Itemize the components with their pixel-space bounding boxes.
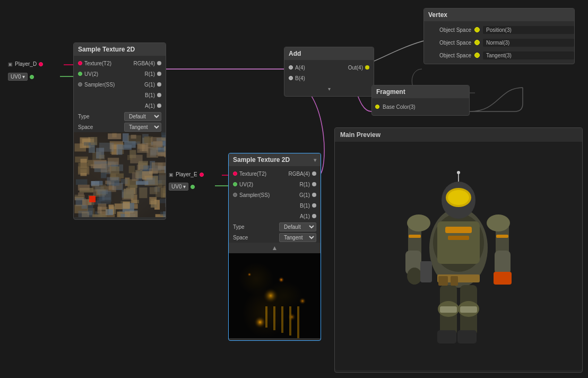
rgba-out-label-2: RGBA(4): [288, 171, 310, 177]
add-node-title: Add: [289, 50, 301, 57]
sample-tex-2-title: Sample Texture 2D: [233, 156, 290, 164]
add-b-in-port: [289, 76, 293, 80]
g-out-port: [157, 82, 161, 87]
rgba-out-port-2: [312, 171, 316, 176]
sample-texture-2d-node-2: Sample Texture 2D ▾ Texture(T2) RGBA(4) …: [228, 153, 321, 341]
add-collapse-icon[interactable]: ▾: [328, 86, 331, 92]
sampler-in-label-2: Sampler(SS): [239, 192, 270, 198]
uv-in-port-2: [233, 182, 237, 186]
sample-tex-1-row-sampler: Sampler(SS) G(1): [74, 79, 166, 90]
vertex-normal-port: [474, 40, 480, 45]
sample-texture-2d-node-1: Sample Texture 2D Texture(T2) RGBA(4) UV…: [73, 42, 166, 220]
uv-in-label: UV(2): [84, 71, 98, 77]
uv0-e-select-wrap[interactable]: UV0 ▾: [169, 183, 188, 191]
sample-tex-1-space-row: Space Tangent Object World: [74, 122, 166, 132]
tex-preview-2-collapse-bar[interactable]: ▲: [229, 243, 321, 253]
g-out-port-2: [312, 193, 316, 197]
player-e-port-out: [200, 173, 204, 177]
main-preview-header: Main Preview: [335, 128, 582, 142]
space-select-2[interactable]: Tangent Object World: [279, 233, 316, 242]
space-select-1[interactable]: Tangent Object World: [124, 123, 161, 132]
add-node-body: A(4) Out(4) B(4) ▾: [284, 60, 374, 96]
svg-rect-12: [495, 251, 511, 274]
texture-in-port-2: [233, 171, 237, 176]
svg-rect-4: [448, 236, 469, 240]
add-b-label: B(4): [295, 75, 305, 81]
soldier-preview-svg: [358, 144, 559, 367]
player-d-label: Player_D: [15, 61, 37, 67]
r-out-label-2: R(1): [300, 182, 310, 187]
add-collapse-row[interactable]: ▾: [284, 83, 374, 94]
player-e-label: Player_E: [176, 171, 197, 177]
up-arrow-icon: ▲: [272, 244, 278, 252]
type-select-2[interactable]: Default Normal: [279, 222, 316, 231]
tex-preview-1: [74, 132, 166, 217]
vertex-tangent-right: Tangent(3): [483, 51, 574, 59]
r-out-port-2: [312, 182, 316, 186]
svg-rect-26: [496, 235, 508, 238]
fragment-node: Fragment Base Color(3): [371, 85, 470, 116]
b-out-port-2: [312, 203, 316, 208]
a-out-label-2: A(1): [300, 213, 310, 219]
a-out-port: [157, 104, 161, 108]
vertex-row-tangent: Object Space Tangent(3): [424, 49, 574, 62]
player-e-icon: ▣: [169, 172, 174, 177]
type-label-2: Type: [233, 224, 245, 230]
sample-tex-2-row-sampler: Sampler(SS) G(1): [229, 190, 321, 200]
vertex-position-port: [474, 27, 480, 32]
player-d-uv-input: UV0 ▾: [8, 73, 34, 81]
a-out-port-2: [312, 214, 316, 218]
fragment-row-basecolor: Base Color(3): [372, 100, 469, 113]
sample-tex-2-row-texture: Texture(T2) RGBA(4): [229, 168, 321, 179]
vertex-row-normal: Object Space Normal(3): [424, 36, 574, 49]
svg-point-10: [407, 268, 422, 285]
add-node: Add A(4) Out(4) B(4) ▾: [284, 47, 374, 97]
sample-tex-1-row-a: A(1): [74, 100, 166, 111]
sample-tex-2-body: Texture(T2) RGBA(4) UV(2) R(1) Sampler(S…: [229, 166, 321, 340]
b-out-label-2: B(1): [300, 203, 310, 209]
a-out-label: A(1): [145, 103, 155, 109]
type-select-1[interactable]: Default Normal: [124, 112, 161, 121]
vertex-position-left: Object Space: [424, 27, 474, 33]
svg-rect-3: [445, 227, 472, 233]
add-out-label: Out(4): [348, 65, 363, 71]
fragment-header: Fragment: [372, 85, 469, 98]
texture-in-port: [78, 61, 82, 65]
svg-rect-16: [437, 330, 456, 343]
sample-tex-1-row-texture: Texture(T2) RGBA(4): [74, 58, 166, 68]
rgba-out-port: [157, 61, 161, 65]
add-a-in-port: [289, 65, 293, 70]
sample-tex-2-header: Sample Texture 2D ▾: [229, 153, 321, 166]
g-out-label-2: G(1): [299, 192, 310, 198]
vertex-position-right: Position(3): [483, 26, 574, 34]
space-label-1: Space: [78, 124, 93, 130]
player-d-icon: ▣: [8, 62, 13, 67]
texture-in-label-2: Texture(T2): [239, 171, 266, 177]
r-out-label: R(1): [145, 71, 155, 77]
add-row-b: B(4): [284, 73, 374, 83]
type-label-1: Type: [78, 114, 90, 119]
uv0-select-wrap[interactable]: UV0 ▾: [8, 73, 28, 81]
svg-rect-21: [438, 276, 448, 286]
add-out-port: [365, 65, 369, 70]
vertex-body: Object Space Position(3) Object Space No…: [424, 21, 574, 64]
tex-preview-2: [229, 253, 321, 338]
svg-point-23: [407, 214, 430, 231]
b-out-port: [157, 93, 161, 97]
player-e-uv-port: [191, 185, 195, 189]
sample-tex-2-row-uv: UV(2) R(1): [229, 179, 321, 190]
sample-tex-1-header: Sample Texture 2D: [74, 43, 166, 56]
uv-in-label-2: UV(2): [239, 182, 253, 187]
rgba-out-label: RGBA(4): [133, 61, 155, 66]
vertex-title: Vertex: [428, 11, 447, 19]
player-d-port-out: [39, 62, 43, 66]
sample-tex-2-collapse[interactable]: ▾: [314, 157, 316, 163]
vertex-row-position: Object Space Position(3): [424, 23, 574, 36]
sample-tex-2-row-a: A(1): [229, 211, 321, 221]
svg-rect-30: [440, 306, 457, 313]
vertex-tangent-left: Object Space: [424, 53, 474, 58]
vertex-normal-left: Object Space: [424, 40, 474, 46]
fragment-basecolor-label: Base Color(3): [383, 104, 416, 110]
b-out-label: B(1): [145, 92, 155, 98]
space-label-2: Space: [233, 235, 248, 240]
